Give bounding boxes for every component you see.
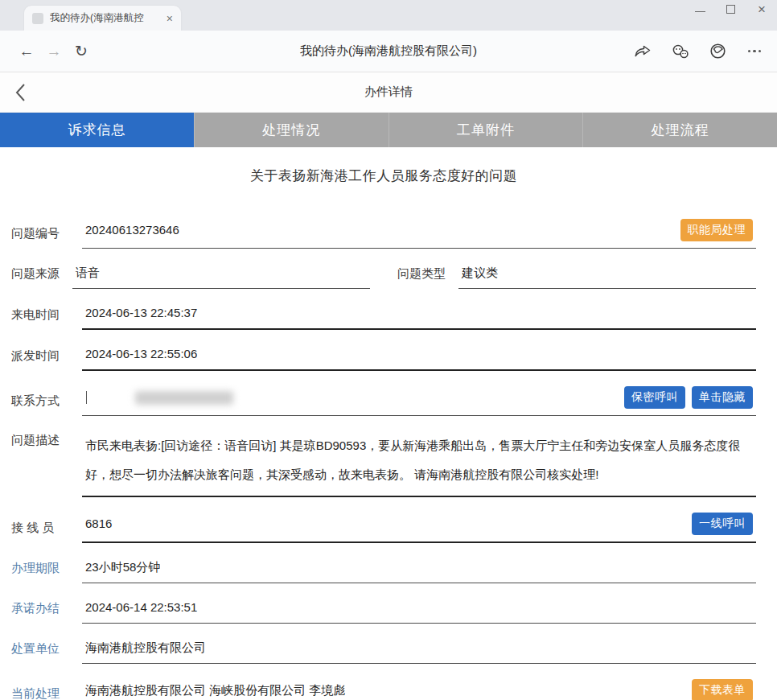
type-label: 问题类型: [397, 266, 458, 289]
source-label: 问题来源: [11, 266, 72, 289]
operator-value: 6816: [85, 515, 685, 533]
row-handle-unit: 处置单位 海南港航控股有限公司: [11, 636, 756, 664]
window-maximize-icon[interactable]: [726, 5, 735, 14]
section-tabs: 诉求信息 处理情况 工单附件 处理流程: [0, 113, 777, 147]
first-line-call-button[interactable]: 一线呼叫: [692, 513, 753, 535]
tab-order-attachments[interactable]: 工单附件: [389, 113, 584, 147]
browser-tab[interactable]: 我的待办(海南港航控 ×: [24, 6, 181, 31]
browser-reload-icon[interactable]: ↻: [68, 42, 95, 60]
row-problem-id: 问题编号 20240613273646 职能局处理: [11, 216, 756, 249]
window-minimize-icon[interactable]: [695, 11, 705, 12]
window-close-icon[interactable]: ×: [756, 3, 767, 14]
dispatch-time-label: 派发时间: [11, 348, 82, 371]
problem-id-value: 20240613273646: [85, 221, 674, 239]
row-promise-time: 承诺办结 2024-06-14 22:53:51: [11, 595, 756, 624]
browser-toolbar: ← → ↻ 我的待办(海南港航控股有限公司): [0, 31, 777, 72]
browser-tab-strip: 我的待办(海南港航控 × ×: [0, 0, 777, 31]
page-header: 办件详情: [0, 72, 777, 113]
tab-close-icon[interactable]: ×: [166, 12, 173, 25]
tab-favicon: [32, 13, 43, 24]
browser-back-icon[interactable]: ←: [13, 43, 40, 60]
browser-forward-icon[interactable]: →: [40, 43, 68, 60]
handle-unit-value: 海南港航控股有限公司: [85, 639, 753, 657]
contact-label: 联系方式: [11, 393, 82, 416]
call-time-label: 来电时间: [11, 307, 82, 330]
handle-unit-label: 处置单位: [11, 641, 82, 664]
row-description: 问题描述 市民来电表扬:[回访途径：语音回访] 其是琼BD90593，要从新海港…: [11, 428, 756, 497]
browser-menu-icon[interactable]: [745, 47, 765, 56]
problem-id-label: 问题编号: [11, 226, 82, 249]
row-call-time: 来电时间 2024-06-13 22:45:37: [11, 301, 756, 330]
row-deadline: 办理期限 23小时58分钟: [11, 555, 756, 583]
page-title: 办件详情: [364, 84, 413, 100]
page-back-icon[interactable]: [6, 79, 34, 106]
ticket-title: 关于表扬新海港工作人员服务态度好的问题: [11, 167, 756, 185]
type-value: 建议类: [462, 264, 753, 282]
row-dispatch-time: 派发时间 2024-06-13 22:55:06: [11, 342, 756, 371]
operator-label: 接 线 员: [11, 521, 82, 543]
tab-title: 我的待办(海南港航控: [50, 11, 160, 25]
download-form-button[interactable]: 下载表单: [692, 679, 753, 700]
current-handler-value: 海南港航控股有限公司 海峡股份有限公司 李境彪: [85, 681, 685, 699]
contact-value-redacted: [135, 391, 233, 405]
secure-call-button[interactable]: 保密呼叫: [624, 386, 685, 409]
request-detail-form: 关于表扬新海港工作人员服务态度好的问题 问题编号 20240613273646 …: [0, 167, 777, 700]
row-contact: 联系方式 保密呼叫 单击隐藏: [11, 383, 756, 416]
row-source-type: 问题来源 语音 问题类型 建议类: [11, 261, 756, 289]
wechat-icon[interactable]: [670, 43, 691, 60]
promise-time-label: 承诺办结: [11, 601, 82, 624]
tab-handling-flow[interactable]: 处理流程: [583, 113, 777, 147]
promise-time-value: 2024-06-14 22:53:51: [85, 599, 753, 616]
deadline-label: 办理期限: [11, 561, 82, 583]
deadline-value: 23小时58分钟: [85, 558, 753, 576]
functional-bureau-badge[interactable]: 职能局处理: [680, 219, 754, 241]
window-controls: ×: [695, 3, 767, 14]
click-hide-button[interactable]: 单击隐藏: [692, 386, 753, 409]
call-time-value: 2024-06-13 22:45:37: [85, 304, 753, 322]
text-cursor: [86, 391, 87, 404]
row-current-handler: 当前处理 海南港航控股有限公司 海峡股份有限公司 李境彪 下载表单: [11, 676, 756, 700]
share-icon[interactable]: [633, 43, 652, 60]
current-handler-label: 当前处理: [11, 686, 82, 700]
dispatch-time-value: 2024-06-13 22:55:06: [85, 345, 753, 363]
tab-request-info[interactable]: 诉求信息: [0, 113, 195, 147]
browser-logo-icon[interactable]: [709, 42, 727, 60]
row-operator: 接 线 员 6816 一线呼叫: [11, 509, 756, 543]
source-value: 语音: [76, 264, 367, 282]
description-label: 问题描述: [11, 428, 82, 455]
tab-handling-status[interactable]: 处理情况: [195, 113, 389, 147]
description-value: 市民来电表扬:[回访途径：语音回访] 其是琼BD90593，要从新海港乘船出岛，…: [85, 431, 753, 489]
